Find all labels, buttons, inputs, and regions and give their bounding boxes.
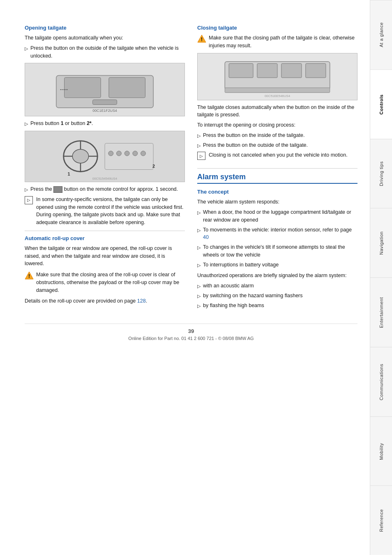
sidebar-tab-navigation[interactable]: Navigation: [370, 208, 392, 278]
svg-text:2: 2: [152, 164, 155, 169]
opening-tailgate-title: Opening tailgate: [25, 25, 185, 31]
auto-rollup-text: When the tailgate or rear window are ope…: [25, 245, 185, 268]
main-content: Opening tailgate The tailgate opens auto…: [0, 0, 370, 555]
page-footer: 39 Online Edition for Part no. 01 41 2 6…: [25, 324, 357, 341]
svg-point-17: [141, 151, 146, 156]
auto-rollup-title: Automatic roll-up cover: [25, 235, 185, 241]
dashboard-image: 1 2 00C5154549US4: [25, 131, 185, 182]
svg-text:00C51EE546US4: 00C51EE546US4: [265, 94, 291, 98]
divider1: [25, 231, 185, 231]
two-column-layout: Opening tailgate The tailgate opens auto…: [25, 25, 357, 311]
svg-rect-27: [257, 63, 277, 77]
svg-rect-29: [306, 63, 326, 77]
button2-label: 2*: [87, 120, 92, 126]
unauth-text: Unauthorized operations are briefly sign…: [197, 272, 357, 280]
interrupt-intro: To interrupt the opening or closing proc…: [197, 121, 357, 129]
rollup-ref-text: Details on the roll-up cover are provide…: [25, 297, 185, 305]
closing-tailgate-title: Closing tailgate: [197, 25, 357, 31]
bullet-arrow-icon2: ▷: [25, 120, 28, 127]
motion-note: ▷ Closing is not canceled when you put t…: [197, 151, 357, 160]
concept-bullet3: ▷ To changes in the vehicle's tilt if so…: [197, 243, 357, 259]
svg-point-7: [72, 149, 88, 163]
sidebar-tab-mobility[interactable]: Mobility: [370, 416, 392, 486]
sidebar-tab-driving-tips[interactable]: Driving tips: [370, 139, 392, 208]
bullet-arrow-icon8: ▷: [197, 244, 201, 251]
svg-point-16: [133, 151, 138, 156]
svg-text:00C1E1F2US4: 00C1E1F2US4: [92, 109, 117, 113]
right-column: Closing tailgate ! Make sure that the cl…: [197, 25, 357, 311]
rollup-warning: ! Make sure that the closing area of the…: [25, 271, 185, 294]
note-arrow-icon: ▷: [25, 196, 33, 204]
svg-point-13: [108, 151, 113, 156]
concept-title: The concept: [197, 189, 357, 195]
svg-point-15: [125, 151, 129, 156]
interrupt-bullet1: ▷ Press the button on the inside of the …: [197, 132, 357, 139]
tailgate-close-image: 00C51EE546US4: [197, 53, 357, 100]
sidebar-tab-at-a-glance[interactable]: At a glance: [370, 0, 392, 69]
svg-rect-28: [281, 63, 302, 77]
warning-triangle-icon2: !: [197, 34, 206, 43]
sidebar-tab-controls[interactable]: Controls: [370, 69, 392, 139]
svg-text:00C5154549US4: 00C5154549US4: [92, 177, 118, 180]
bullet-arrow-icon4: ▷: [197, 132, 201, 139]
opening-bullet1: ▷ Press the button on the outside of the…: [25, 44, 185, 60]
bullet-arrow-icon10: ▷: [197, 283, 201, 290]
svg-rect-1: [65, 78, 101, 98]
bullet-arrow-icon11: ▷: [197, 293, 201, 300]
sidebar: At a glance Controls Driving tips Naviga…: [370, 0, 392, 555]
svg-point-14: [117, 151, 122, 156]
concept-bullet2: ▷ To movements in the vehicle: interior …: [197, 226, 357, 242]
svg-rect-30: [225, 88, 330, 92]
unauth-bullet1: ▷ with an acoustic alarm: [197, 282, 357, 290]
bullet-arrow-icon5: ▷: [197, 142, 201, 149]
opening-bullet2: ▷ Press button 1 or button 2*.: [25, 120, 185, 127]
left-column: Opening tailgate The tailgate opens auto…: [25, 25, 185, 311]
opening-bullet3: ▷ Press the button on the remote control…: [25, 185, 185, 193]
svg-rect-12: [105, 143, 153, 170]
bullet-arrow-icon7: ▷: [197, 227, 201, 234]
sidebar-tab-communications[interactable]: Communications: [370, 347, 392, 416]
country-note: ▷ In some country-specific versions, the…: [25, 196, 185, 227]
note-arrow-icon2: ▷: [197, 152, 205, 160]
svg-text:!: !: [28, 273, 30, 279]
copyright-text: Online Edition for Part no. 01 41 2 600 …: [128, 336, 254, 341]
concept-bullet4: ▷ To interruptions in battery voltage: [197, 261, 357, 269]
unauth-bullet2: ▷ by switching on the hazard warning fla…: [197, 292, 357, 300]
svg-text:1: 1: [67, 171, 70, 176]
rollup-page-link[interactable]: 128: [137, 298, 146, 304]
page40-link[interactable]: 40: [203, 234, 209, 240]
button1-label: 1: [61, 120, 64, 126]
svg-rect-2: [109, 78, 145, 98]
bullet-arrow-icon9: ▷: [197, 262, 201, 269]
svg-rect-26: [229, 63, 253, 77]
warning-triangle-icon: !: [25, 271, 34, 280]
sidebar-tab-reference[interactable]: Reference: [370, 486, 392, 555]
closing-auto-text: The tailgate closes automatically when t…: [197, 104, 357, 119]
unauth-bullet3: ▷ by flashing the high beams: [197, 302, 357, 310]
bullet-arrow-icon6: ▷: [197, 209, 201, 216]
svg-rect-3: [92, 100, 117, 105]
alarm-system-title: Alarm system: [197, 173, 357, 184]
bullet-arrow-icon12: ▷: [197, 303, 201, 310]
sidebar-tab-entertainment[interactable]: Entertainment: [370, 278, 392, 347]
opening-intro: The tailgate opens automatically when yo…: [25, 34, 185, 42]
svg-text:!: !: [201, 37, 203, 42]
tailgate-outside-image: 00C1E1F2US4: [25, 63, 185, 116]
bullet-arrow-icon: ▷: [25, 45, 28, 52]
divider2: [197, 168, 357, 169]
concept-intro: The vehicle alarm system responds:: [197, 198, 357, 206]
page-number: 39: [25, 328, 357, 334]
interrupt-bullet2: ▷ Press the button on the outside of the…: [197, 141, 357, 149]
concept-bullet1: ▷ When a door, the hood or the luggage c…: [197, 208, 357, 224]
closing-warning: ! Make sure that the closing path of the…: [197, 34, 357, 50]
bullet-arrow-icon3: ▷: [25, 186, 28, 193]
